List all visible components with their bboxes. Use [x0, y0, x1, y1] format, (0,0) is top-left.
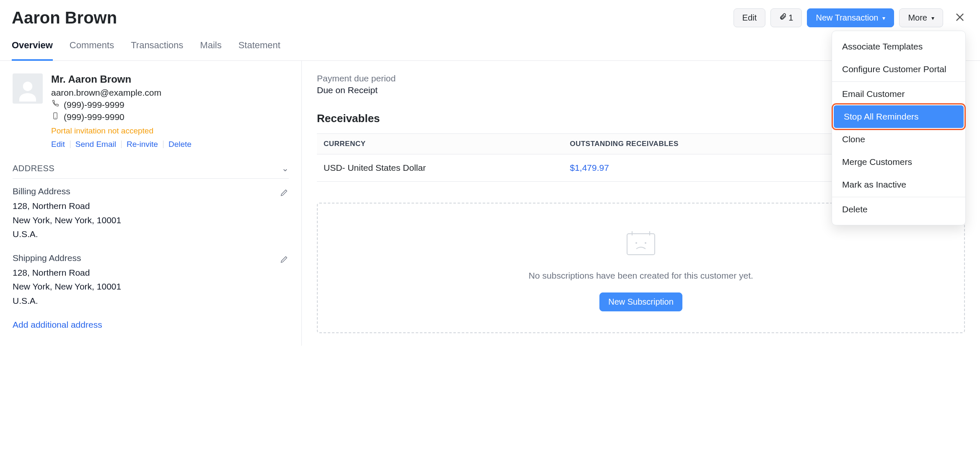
more-button[interactable]: More ▾ [899, 8, 943, 27]
svg-point-8 [645, 242, 646, 244]
new-transaction-label: New Transaction [816, 13, 878, 23]
paperclip-icon [779, 13, 787, 23]
more-label: More [908, 13, 927, 23]
right-panel: Payment due period Due on Receipt Receiv… [302, 61, 980, 346]
contact-edit-link[interactable]: Edit [51, 140, 65, 149]
mobile-icon [51, 112, 60, 122]
divider [70, 141, 70, 148]
menu-item-email-customer[interactable]: Email Customer [832, 83, 965, 105]
chevron-down-icon: ⌄ [282, 163, 289, 173]
shipping-address-line2: New York, New York, 10001 [13, 279, 289, 294]
edit-billing-address-button[interactable] [280, 188, 289, 198]
subscriptions-empty-text: No subscriptions have been created for t… [334, 271, 947, 281]
calendar-sad-icon [622, 229, 660, 258]
address-section-header[interactable]: ADDRESS ⌄ [13, 163, 289, 179]
contact-phone: (999)-999-9999 [64, 100, 124, 110]
menu-item-merge-customers[interactable]: Merge Customers [832, 151, 965, 173]
billing-address-line3: U.S.A. [13, 227, 289, 241]
more-dropdown-menu: Associate Templates Configure Customer P… [832, 31, 966, 225]
avatar [13, 73, 43, 104]
tab-statement[interactable]: Statement [239, 31, 280, 61]
caret-down-icon: ▾ [882, 15, 885, 21]
pencil-icon [280, 192, 289, 198]
close-icon [954, 11, 966, 24]
svg-rect-4 [627, 234, 655, 255]
billing-address-label: Billing Address [13, 186, 289, 196]
billing-address-line1: 128, Northern Road [13, 199, 289, 213]
shipping-address-block: Shipping Address 128, Northern Road New … [13, 253, 289, 308]
tab-mails[interactable]: Mails [200, 31, 221, 61]
menu-item-associate-templates[interactable]: Associate Templates [832, 35, 965, 58]
shipping-address-line3: U.S.A. [13, 294, 289, 308]
svg-point-7 [635, 242, 637, 244]
shipping-address-line1: 128, Northern Road [13, 266, 289, 280]
page-title: Aaron Brown [12, 8, 117, 27]
contact-phone-line: (999)-999-9999 [51, 99, 289, 110]
receivables-currency-cell: USD- United States Dollar [317, 154, 563, 182]
menu-separator [832, 81, 965, 82]
close-button[interactable] [951, 10, 968, 26]
divider [163, 141, 163, 148]
menu-item-clone[interactable]: Clone [832, 128, 965, 151]
contact-mobile-line: (999)-999-9990 [51, 112, 289, 122]
divider [121, 141, 122, 148]
page-header: Aaron Brown Edit 1 New Transaction ▾ Mor… [0, 0, 980, 31]
contact-name: Mr. Aaron Brown [51, 73, 289, 85]
left-panel: Mr. Aaron Brown aaron.brown@example.com … [0, 61, 302, 346]
edit-button[interactable]: Edit [734, 8, 765, 27]
body: Mr. Aaron Brown aaron.brown@example.com … [0, 61, 980, 346]
attachments-button[interactable]: 1 [770, 8, 802, 27]
shipping-address-label: Shipping Address [13, 253, 289, 263]
tab-comments[interactable]: Comments [70, 31, 114, 61]
billing-address-block: Billing Address 128, Northern Road New Y… [13, 186, 289, 241]
attachments-count: 1 [788, 13, 793, 23]
menu-item-configure-portal[interactable]: Configure Customer Portal [832, 58, 965, 81]
contact-info: Mr. Aaron Brown aaron.brown@example.com … [51, 73, 289, 149]
phone-icon [51, 99, 60, 110]
menu-item-stop-all-reminders[interactable]: Stop All Reminders [834, 105, 964, 128]
contact-delete-link[interactable]: Delete [169, 140, 192, 149]
receivables-header-currency: CURRENCY [317, 134, 563, 154]
billing-address-line2: New York, New York, 10001 [13, 213, 289, 227]
add-additional-address-link[interactable]: Add additional address [13, 320, 289, 330]
address-section-title: ADDRESS [13, 164, 54, 173]
new-transaction-button[interactable]: New Transaction ▾ [807, 8, 894, 27]
contact-mobile: (999)-999-9990 [64, 112, 124, 122]
menu-item-mark-inactive[interactable]: Mark as Inactive [832, 173, 965, 196]
caret-down-icon: ▾ [931, 15, 934, 21]
contact-send-email-link[interactable]: Send Email [75, 140, 116, 149]
contact-block: Mr. Aaron Brown aaron.brown@example.com … [13, 73, 289, 149]
contact-email: aaron.brown@example.com [51, 88, 289, 98]
menu-item-delete[interactable]: Delete [832, 198, 965, 221]
contact-reinvite-link[interactable]: Re-invite [127, 140, 158, 149]
new-subscription-button[interactable]: New Subscription [599, 292, 682, 311]
edit-shipping-address-button[interactable] [280, 255, 289, 265]
portal-status: Portal invitation not accepted [51, 126, 289, 136]
contact-actions: Edit Send Email Re-invite Delete [51, 140, 289, 149]
pencil-icon [280, 258, 289, 265]
menu-separator [832, 197, 965, 197]
tab-transactions[interactable]: Transactions [131, 31, 183, 61]
header-actions: Edit 1 New Transaction ▾ More ▾ [734, 8, 968, 27]
tab-overview[interactable]: Overview [12, 31, 53, 61]
